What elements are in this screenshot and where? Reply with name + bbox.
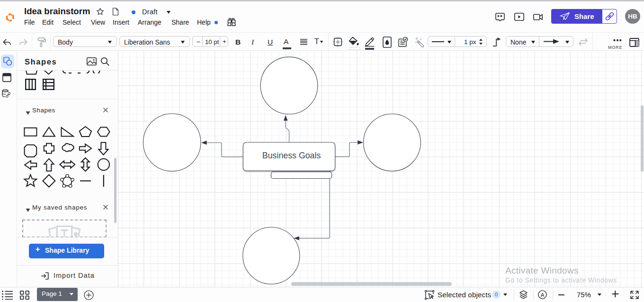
svg-text:Business Goals: Business Goals <box>262 151 321 160</box>
svg-text:A: A <box>541 292 545 298</box>
